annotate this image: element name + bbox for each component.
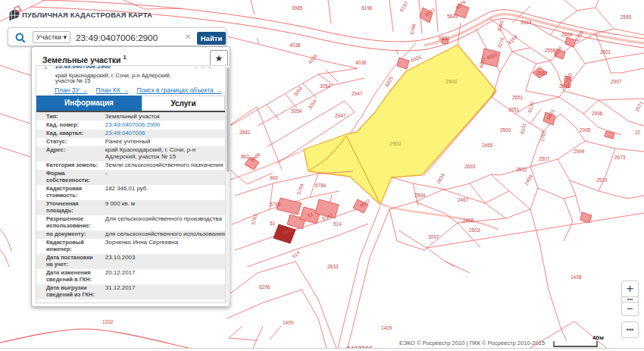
svg-text:514: 514 xyxy=(333,221,342,227)
svg-text:2864: 2864 xyxy=(561,32,573,37)
svg-text:22: 22 xyxy=(635,130,641,135)
svg-text:2558: 2558 xyxy=(545,48,556,53)
svg-text:6196: 6196 xyxy=(361,5,373,11)
svg-text:2947: 2947 xyxy=(335,113,346,118)
svg-text:2503: 2503 xyxy=(469,227,480,233)
svg-text:2881: 2881 xyxy=(239,130,251,135)
svg-text:3097: 3097 xyxy=(428,234,439,240)
svg-text:2633: 2633 xyxy=(464,164,476,169)
svg-text:2673: 2673 xyxy=(614,155,626,160)
svg-text:5784: 5784 xyxy=(315,183,327,188)
svg-text:2467: 2467 xyxy=(458,197,469,202)
svg-text:1409: 1409 xyxy=(381,325,392,331)
svg-text:2562: 2562 xyxy=(536,71,548,76)
svg-text:2466: 2466 xyxy=(463,218,474,223)
svg-text:2995: 2995 xyxy=(580,127,591,133)
svg-text:5783: 5783 xyxy=(250,213,258,225)
svg-text:3054: 3054 xyxy=(291,108,302,114)
svg-text:2997: 2997 xyxy=(611,79,622,84)
svg-text:6131: 6131 xyxy=(519,122,527,134)
svg-text:4038: 4038 xyxy=(289,42,301,48)
svg-text:2996: 2996 xyxy=(592,111,603,116)
svg-text:2900: 2900 xyxy=(445,79,458,84)
svg-text:3054: 3054 xyxy=(292,85,303,97)
svg-text:2601: 2601 xyxy=(600,49,611,55)
svg-text:3994: 3994 xyxy=(521,20,532,25)
svg-text:900: 900 xyxy=(270,175,278,180)
svg-text:5784: 5784 xyxy=(295,183,305,195)
svg-text:6025: 6025 xyxy=(384,75,394,87)
svg-text:2507: 2507 xyxy=(539,156,550,161)
svg-text:6197: 6197 xyxy=(399,0,409,12)
svg-text:5785: 5785 xyxy=(270,202,281,207)
svg-text:6130: 6130 xyxy=(527,101,535,113)
svg-text:2571: 2571 xyxy=(634,100,644,112)
svg-text:2519: 2519 xyxy=(596,177,608,183)
svg-text:2900: 2900 xyxy=(389,141,402,146)
svg-text:1409: 1409 xyxy=(283,320,294,325)
svg-text:5796: 5796 xyxy=(409,23,416,35)
svg-text:2947: 2947 xyxy=(352,91,363,96)
svg-text:862: 862 xyxy=(241,154,249,159)
svg-text:2651: 2651 xyxy=(508,107,520,112)
svg-text:1408: 1408 xyxy=(571,274,582,280)
svg-text:3985: 3985 xyxy=(292,5,303,11)
svg-text:4168: 4168 xyxy=(507,33,518,45)
svg-text:5850: 5850 xyxy=(439,36,450,41)
svg-text:4038: 4038 xyxy=(355,60,367,65)
svg-text:2465: 2465 xyxy=(482,143,493,148)
svg-text:2994: 2994 xyxy=(574,149,585,154)
svg-text:51: 51 xyxy=(270,221,276,226)
svg-text:3275: 3275 xyxy=(496,36,505,49)
svg-text:2500: 2500 xyxy=(500,127,511,133)
svg-text:2634: 2634 xyxy=(436,172,445,184)
svg-text:3054: 3054 xyxy=(320,83,331,89)
svg-text:2502: 2502 xyxy=(516,167,527,172)
svg-text:2633: 2633 xyxy=(327,264,339,269)
svg-text:1202: 1202 xyxy=(102,319,114,324)
svg-text:3054: 3054 xyxy=(307,98,317,110)
svg-text:3993: 3993 xyxy=(496,20,505,32)
svg-text:2504: 2504 xyxy=(414,193,426,198)
svg-text:5849: 5849 xyxy=(447,14,458,19)
svg-text:2651: 2651 xyxy=(512,95,524,100)
svg-text:6026: 6026 xyxy=(410,54,422,63)
svg-text:2555: 2555 xyxy=(621,14,632,20)
svg-text:2499: 2499 xyxy=(524,174,533,186)
svg-text:6296: 6296 xyxy=(259,284,270,290)
svg-text:2765: 2765 xyxy=(539,130,546,142)
